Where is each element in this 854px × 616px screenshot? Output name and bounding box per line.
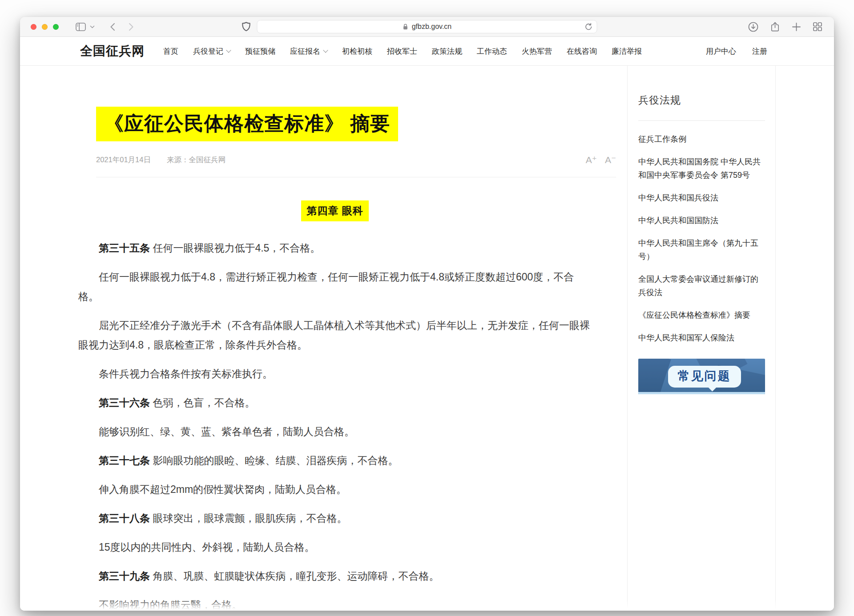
nav-menu-item[interactable]: 在线咨询 bbox=[567, 46, 597, 56]
nav-menu-item-label: 廉洁举报 bbox=[612, 46, 642, 56]
sidebar-link[interactable]: 《应征公民体格检查标准》摘要 bbox=[638, 308, 765, 322]
article-body: 第三十五条 任何一眼裸眼视力低于4.5，不合格。 任何一眼裸眼视力低于4.8，需… bbox=[78, 238, 627, 611]
nav-menu-item[interactable]: 兵役登记 bbox=[193, 46, 230, 56]
downloads-icon[interactable] bbox=[748, 22, 758, 32]
browser-window: gfbzb.gov.cn bbox=[20, 17, 834, 611]
sidebar-link[interactable]: 中华人民共和国国务院 中华人民共和国中央军事委员会令 第759号 bbox=[638, 155, 765, 182]
address-bar[interactable]: gfbzb.gov.cn bbox=[257, 20, 597, 33]
nav-menu-item-label: 首页 bbox=[163, 46, 178, 56]
article-meta-left: 2021年01月14日来源：全国征兵网 bbox=[96, 155, 226, 165]
paragraph-text: 不影响视力的角膜云翳，合格。 bbox=[99, 599, 242, 611]
paragraph-text: 屈光不正经准分子激光手术（不含有晶体眼人工晶体植入术等其他术式）后半年以上，无并… bbox=[78, 320, 590, 351]
paragraph-text: 伸入角膜不超过2mm的假性翼状胬肉，陆勤人员合格。 bbox=[99, 484, 346, 495]
article: 《应征公民体格检查标准》 摘要 2021年01月14日来源：全国征兵网 A⁺A⁻… bbox=[78, 66, 627, 611]
share-icon[interactable] bbox=[770, 21, 780, 32]
nav-menu-item[interactable]: 火热军营 bbox=[522, 46, 552, 56]
chevron-down-icon bbox=[323, 48, 328, 52]
font-increase-button[interactable]: A⁺ bbox=[586, 155, 597, 165]
sidebar-link[interactable]: 中华人民共和国兵役法 bbox=[638, 191, 765, 204]
window-controls bbox=[31, 24, 59, 30]
forward-icon[interactable] bbox=[129, 23, 134, 31]
privacy-shield-icon[interactable] bbox=[242, 22, 250, 32]
article-paragraph: 条件兵视力合格条件按有关标准执行。 bbox=[78, 364, 592, 384]
article-paragraph: 第三十五条 任何一眼裸眼视力低于4.5，不合格。 bbox=[78, 238, 592, 258]
minimize-window-button[interactable] bbox=[42, 24, 48, 30]
tab-group-chevron-icon[interactable] bbox=[90, 25, 95, 28]
sidebar-link[interactable]: 征兵工作条例 bbox=[638, 132, 765, 146]
nav-user-item[interactable]: 用户中心 bbox=[706, 46, 736, 56]
nav-menu-item[interactable]: 应征报名 bbox=[290, 46, 327, 56]
nav-menu-item[interactable]: 初检初核 bbox=[342, 46, 372, 56]
paragraph-text: 任何一眼裸眼视力低于4.8，需进行矫正视力检查，任何一眼矫正视力低于4.8或矫正… bbox=[78, 271, 574, 302]
article-paragraph: 第三十八条 眼球突出，眼球震颤，眼肌疾病，不合格。 bbox=[78, 508, 592, 528]
paragraph-text: 角膜、巩膜、虹膜睫状体疾病，瞳孔变形、运动障碍，不合格。 bbox=[150, 570, 439, 582]
font-decrease-button[interactable]: A⁻ bbox=[605, 155, 616, 165]
nav-menu-item[interactable]: 工作动态 bbox=[477, 46, 507, 56]
sidebar-links: 征兵工作条例 中华人民共和国国务院 中华人民共和国中央军事委员会令 第759号 … bbox=[638, 132, 765, 344]
chevron-down-icon bbox=[226, 48, 231, 52]
nav-menu-item[interactable]: 政策法规 bbox=[432, 46, 462, 56]
nav-user-menu: 用户中心 注册 bbox=[706, 46, 767, 56]
url-text: gfbzb.gov.cn bbox=[412, 23, 452, 31]
paragraph-text: 色弱，色盲，不合格。 bbox=[150, 397, 255, 408]
nav-menu-item-label: 政策法规 bbox=[432, 46, 462, 56]
article-paragraph: 不影响视力的角膜云翳，合格。 bbox=[78, 595, 592, 611]
faq-banner-label: 常见问题 bbox=[668, 366, 741, 388]
nav-menu-item-label: 工作动态 bbox=[477, 46, 507, 56]
nav-user-item[interactable]: 注册 bbox=[752, 46, 767, 56]
faq-banner[interactable]: 常见问题 bbox=[638, 359, 765, 394]
sidebar-link[interactable]: 全国人大常委会审议通过新修订的兵役法 bbox=[638, 272, 765, 299]
font-size-controls: A⁺A⁻ bbox=[578, 155, 616, 165]
article-number: 第三十九条 bbox=[99, 570, 150, 582]
nav-menu-item-label: 初检初核 bbox=[342, 46, 372, 56]
new-tab-icon[interactable] bbox=[792, 22, 801, 32]
site-logo[interactable]: 全国征兵网 bbox=[80, 43, 145, 60]
nav-menu-item[interactable]: 预征预储 bbox=[245, 46, 275, 56]
paragraph-text: 能够识别红、绿、黄、蓝、紫各单色者，陆勤人员合格。 bbox=[99, 426, 354, 437]
nav-user-item-label: 注册 bbox=[752, 46, 767, 56]
article-paragraph: 任何一眼裸眼视力低于4.8，需进行矫正视力检查，任何一眼矫正视力低于4.8或矫正… bbox=[78, 267, 592, 306]
tab-overview-icon[interactable] bbox=[813, 22, 822, 32]
sidebar-link[interactable]: 中华人民共和国主席令（第九十五号） bbox=[638, 236, 765, 263]
article-paragraph: 能够识别红、绿、黄、蓝、紫各单色者，陆勤人员合格。 bbox=[78, 422, 592, 441]
article-paragraph: 第三十六条 色弱，色盲，不合格。 bbox=[78, 393, 592, 412]
sidebar: 兵役法规 征兵工作条例 中华人民共和国国务院 中华人民共和国中央军事委员会令 第… bbox=[627, 66, 776, 611]
nav-menu-item[interactable]: 招收军士 bbox=[387, 46, 417, 56]
article-title: 《应征公民体格检查标准》 摘要 bbox=[96, 107, 398, 141]
paragraph-text: 眼球突出，眼球震颤，眼肌疾病，不合格。 bbox=[150, 512, 347, 524]
site-navbar: 全国征兵网 首页 兵役登记 预征预储 应征报名 初检初核 招收军士 政策法规 工… bbox=[20, 37, 834, 66]
fullscreen-window-button[interactable] bbox=[53, 24, 59, 30]
nav-menu: 首页 兵役登记 预征预储 应征报名 初检初核 招收军士 政策法规 工作动态 火热… bbox=[163, 46, 642, 56]
back-icon[interactable] bbox=[110, 23, 115, 31]
article-paragraph: 15度以内的共同性内、外斜视，陆勤人员合格。 bbox=[78, 537, 592, 557]
article-number: 第三十六条 bbox=[99, 397, 150, 408]
article-paragraph: 第三十九条 角膜、巩膜、虹膜睫状体疾病，瞳孔变形、运动障碍，不合格。 bbox=[78, 566, 592, 586]
paragraph-text: 任何一眼裸眼视力低于4.5，不合格。 bbox=[150, 242, 320, 254]
article-number: 第三十八条 bbox=[99, 512, 150, 524]
paragraph-text: 条件兵视力合格条件按有关标准执行。 bbox=[99, 368, 273, 380]
sidebar-title: 兵役法规 bbox=[638, 93, 765, 121]
nav-menu-item-label: 兵役登记 bbox=[193, 46, 223, 56]
sidebar-toggle-icon[interactable] bbox=[76, 23, 86, 31]
toolbar-right-icons bbox=[748, 21, 822, 32]
nav-menu-item-label: 在线咨询 bbox=[567, 46, 597, 56]
banner-bottom-strip bbox=[638, 392, 765, 394]
paragraph-text: 15度以内的共同性内、外斜视，陆勤人员合格。 bbox=[99, 541, 315, 553]
banner-photo-shape bbox=[638, 359, 671, 394]
close-window-button[interactable] bbox=[31, 24, 36, 30]
nav-menu-item-label: 火热军营 bbox=[522, 46, 552, 56]
chapter-heading: 第四章 眼科 bbox=[301, 200, 368, 221]
nav-menu-item[interactable]: 首页 bbox=[163, 46, 178, 56]
nav-menu-item[interactable]: 廉洁举报 bbox=[612, 46, 642, 56]
article-number: 第三十五条 bbox=[99, 242, 150, 254]
lock-icon bbox=[403, 24, 409, 30]
article-paragraph: 第三十七条 影响眼功能的眼睑、睑缘、结膜、泪器疾病，不合格。 bbox=[78, 451, 592, 470]
chapter-heading-row: 第四章 眼科 bbox=[78, 200, 592, 221]
sidebar-link[interactable]: 中华人民共和国国防法 bbox=[638, 214, 765, 227]
paragraph-text: 影响眼功能的眼睑、睑缘、结膜、泪器疾病，不合格。 bbox=[150, 455, 398, 466]
sidebar-link[interactable]: 中华人民共和国军人保险法 bbox=[638, 331, 765, 344]
article-paragraph: 伸入角膜不超过2mm的假性翼状胬肉，陆勤人员合格。 bbox=[78, 480, 592, 499]
article-meta: 2021年01月14日来源：全国征兵网 A⁺A⁻ bbox=[96, 155, 616, 177]
reload-icon[interactable] bbox=[585, 23, 592, 31]
nav-menu-item-label: 招收军士 bbox=[387, 46, 417, 56]
